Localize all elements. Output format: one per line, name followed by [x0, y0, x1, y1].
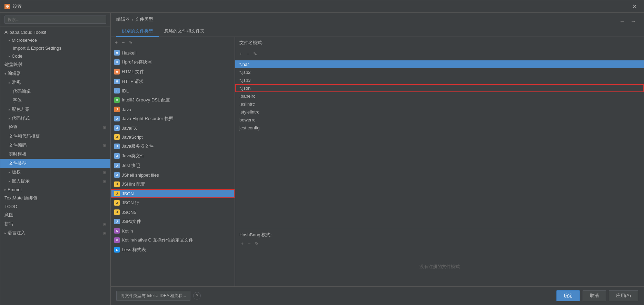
remove-pattern-button[interactable]: −	[245, 50, 250, 57]
sidebar-item-idea[interactable]: 意图	[0, 210, 110, 219]
list-item[interactable]: J JShell snippet files	[111, 170, 235, 179]
sidebar-item-import-export[interactable]: Import & Export Settings	[0, 44, 110, 52]
pattern-item-stylelintrc[interactable]: .stylelintrc	[235, 108, 644, 116]
idl-icon: I	[114, 88, 120, 94]
sidebar-item-code[interactable]: Code	[0, 52, 110, 60]
sidebar-item-code-style[interactable]: 代码样式	[0, 114, 110, 123]
sidebar-item-editor[interactable]: 编辑器	[0, 69, 110, 78]
close-button[interactable]: ✕	[630, 2, 640, 11]
assoc-button[interactable]: 将文件类型与 IntelliJ IDEA 相关联...	[116, 291, 190, 301]
cancel-button[interactable]: 取消	[583, 290, 606, 301]
patterns-list: *.har *.jsb2 *.jsb3 *.json	[235, 59, 644, 229]
remove-hashbang-button[interactable]: −	[246, 240, 252, 247]
sidebar-item-general[interactable]: 常规	[0, 78, 110, 87]
arrow-codestyle	[9, 117, 10, 120]
haskell-icon: H	[114, 50, 120, 56]
pattern-item-bowerrc[interactable]: bowerrc	[235, 116, 644, 124]
edit-pattern-button[interactable]: ✎	[252, 50, 259, 57]
nav-forward-button[interactable]: →	[628, 18, 638, 25]
sidebar-item-keyboard[interactable]: 键盘映射	[0, 60, 110, 69]
pattern-item-jestconfig[interactable]: jest.config	[235, 124, 644, 132]
list-item[interactable]: J Jest 快照	[111, 161, 235, 170]
pattern-item-json[interactable]: *.json	[235, 84, 644, 92]
list-item[interactable]: J JSON5	[111, 208, 235, 217]
less-icon: L	[114, 247, 120, 253]
dialog-title: 设置	[13, 3, 630, 10]
add-pattern-button[interactable]: +	[238, 50, 244, 57]
list-item[interactable]: J Java Flight Recorder 快照	[111, 114, 235, 124]
list-item[interactable]: J JavaFX	[111, 124, 235, 132]
pattern-item-har[interactable]: *.har	[235, 60, 644, 68]
jshell-icon: J	[114, 172, 120, 178]
edit-hashbang-button[interactable]: ✎	[253, 240, 260, 247]
list-item[interactable]: J Java	[111, 105, 235, 114]
javafx-icon: J	[114, 125, 120, 131]
list-item[interactable]: H HTML 文件	[111, 67, 235, 77]
edit-file-type-button[interactable]: ✎	[127, 39, 134, 46]
sidebar-item-font[interactable]: 字体	[0, 96, 110, 105]
spell-sync-icon: ▣	[103, 222, 106, 226]
apply-button[interactable]: 应用(A)	[609, 290, 638, 301]
sidebar-item-realtime-template[interactable]: 实时模板	[0, 150, 110, 159]
sidebar-item-emmet[interactable]: Emmet	[0, 186, 110, 194]
list-item[interactable]: J JSPx文件	[111, 217, 235, 226]
main-area: 编辑器 › 文件类型 识别的文件类型 忽略的文件和文件夹	[111, 13, 644, 305]
sidebar-item-file-types[interactable]: 文件类型	[0, 159, 110, 168]
patterns-header: 文件名模式:	[235, 37, 644, 49]
json-icon: J	[114, 191, 120, 196]
list-item[interactable]: G IntelliJ Groovy DSL 配置	[111, 95, 235, 105]
app-icon: ⚙	[4, 4, 10, 9]
list-item[interactable]: J JSHint 配置	[111, 179, 235, 189]
search-input[interactable]	[4, 16, 106, 24]
pattern-item-babelrc[interactable]: .babelrc	[235, 92, 644, 100]
sidebar-item-copyright[interactable]: 版权 ▣	[0, 168, 110, 177]
sidebar-item-microservice[interactable]: Microservice	[0, 36, 110, 44]
java-class-icon: J	[114, 153, 120, 159]
nav-back-button[interactable]: ←	[617, 18, 627, 25]
copyright-sync-icon: ▣	[103, 170, 106, 175]
breadcrumb: 编辑器 › 文件类型	[116, 16, 617, 22]
sidebar-item-lang-inject[interactable]: 语言注入 ▣	[0, 228, 110, 237]
sidebar-item-code-editing[interactable]: 代码编辑	[0, 87, 110, 96]
list-item[interactable]: J JavaScript	[111, 132, 235, 141]
sidebar-item-spell[interactable]: 拼写 ▣	[0, 219, 110, 228]
json-line-icon: J	[114, 200, 120, 206]
confirm-button[interactable]: 确定	[556, 290, 580, 301]
jshint-icon: J	[114, 181, 120, 187]
add-hashbang-button[interactable]: +	[239, 240, 245, 247]
tab-recognized[interactable]: 识别的文件类型	[116, 26, 159, 37]
kotlin-icon: K	[114, 228, 120, 234]
list-item[interactable]: J Java服务器文件	[111, 141, 235, 151]
patterns-toolbar: + − ✎	[235, 49, 644, 59]
hashbang-toolbar: + − ✎	[239, 240, 640, 247]
add-file-type-button[interactable]: +	[113, 39, 119, 46]
sidebar-item-file-code-templates[interactable]: 文件和代码模板	[0, 132, 110, 141]
panel-content: + − ✎ H Haskell H Hprof 内存快照	[111, 37, 644, 286]
sidebar-item-textmate[interactable]: TextMate 插绑包	[0, 194, 110, 203]
sidebar-item-color-scheme[interactable]: 配色方案	[0, 105, 110, 114]
list-item[interactable]: J Java类文件	[111, 151, 235, 161]
pattern-item-jsb2[interactable]: *.jsb2	[235, 68, 644, 76]
sidebar-item-file-encoding[interactable]: 文件编码 ▣	[0, 141, 110, 150]
sidebar-item-todo[interactable]: TODO	[0, 203, 110, 210]
sidebar-item-inlay-hints[interactable]: 嵌入提示 ▣	[0, 177, 110, 186]
list-item[interactable]: H HTTP 请求	[111, 77, 235, 86]
pattern-item-eslintrc[interactable]: .eslintrc	[235, 100, 644, 108]
pattern-item-jsb3[interactable]: *.jsb3	[235, 76, 644, 84]
list-item[interactable]: I IDL	[111, 86, 235, 95]
list-item-json[interactable]: J JSON	[111, 189, 235, 198]
content-area: Alibaba Cloud Toolkit Microservice Impor…	[0, 13, 644, 305]
list-item[interactable]: H Haskell	[111, 48, 235, 57]
inspections-sync-icon: ▣	[103, 125, 106, 130]
list-item[interactable]: J JSON 行	[111, 198, 235, 208]
sidebar-item-inspections[interactable]: 检查 ▣	[0, 123, 110, 132]
list-item[interactable]: K Kotlin/Native C 互操作性的定义文件	[111, 235, 235, 245]
arrow-lang-inject	[4, 231, 6, 235]
list-item[interactable]: K Kotlin	[111, 226, 235, 235]
list-item[interactable]: H Hprof 内存快照	[111, 57, 235, 67]
sidebar-item-alibaba[interactable]: Alibaba Cloud Toolkit	[0, 28, 110, 36]
list-item[interactable]: L Less 样式表	[111, 245, 235, 255]
tab-ignored[interactable]: 忽略的文件和文件夹	[159, 26, 210, 37]
remove-file-type-button[interactable]: −	[120, 39, 126, 46]
help-button[interactable]: ?	[193, 292, 201, 299]
